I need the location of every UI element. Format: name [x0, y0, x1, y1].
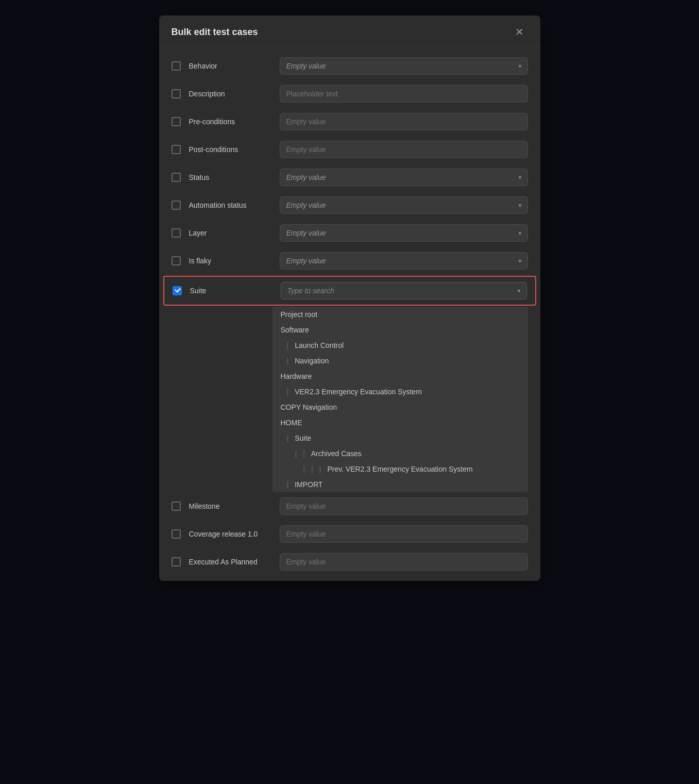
modal-header: Bulk edit test cases ✕	[159, 15, 540, 47]
checkbox-wrap-post-conditions[interactable]	[172, 145, 181, 154]
dropdown-item-label: HOME	[281, 419, 302, 427]
select-wrapper-behavior[interactable]: Empty value	[280, 57, 528, 75]
checkbox-suite[interactable]	[173, 286, 182, 295]
control-suite[interactable]	[281, 282, 527, 299]
dropdown-item-software[interactable]: Software	[272, 322, 528, 338]
checkbox-milestone[interactable]	[172, 502, 181, 511]
checkbox-wrap-status[interactable]	[172, 173, 181, 182]
input-post-conditions[interactable]	[280, 141, 528, 158]
checkbox-wrap-automation-status[interactable]	[172, 201, 181, 210]
dropdown-item-label: COPY Navigation	[281, 403, 337, 411]
field-row-behavior: Behavior Empty value	[159, 52, 540, 80]
indent-bar: |	[287, 434, 289, 442]
label-post-conditions: Post-conditions	[189, 145, 271, 154]
select-wrapper-layer[interactable]: Empty value	[280, 224, 528, 242]
dropdown-item-ver23-emergency[interactable]: | VER2.3 Emergency Evacuation System	[272, 384, 528, 399]
checkbox-coverage-release[interactable]	[172, 529, 181, 539]
checkbox-wrap-executed-as-planned[interactable]	[172, 557, 181, 566]
dropdown-item-archived-cases[interactable]: | | Archived Cases	[272, 446, 528, 461]
dropdown-item-hardware[interactable]: Hardware	[272, 369, 528, 384]
dropdown-item-suite-child[interactable]: | Suite	[272, 430, 528, 446]
dropdown-item-import[interactable]: | IMPORT	[272, 477, 528, 492]
indent-bar: |	[287, 480, 289, 489]
control-description[interactable]	[280, 85, 528, 103]
indent-bar-2: |	[303, 449, 305, 458]
modal-body: Behavior Empty value Description	[159, 47, 540, 581]
select-automation-status[interactable]: Empty value	[280, 196, 528, 214]
control-milestone[interactable]	[280, 497, 528, 515]
field-row-is-flaky: Is flaky Empty value	[159, 247, 540, 275]
select-wrapper-is-flaky[interactable]: Empty value	[280, 252, 528, 270]
checkbox-wrap-milestone[interactable]	[172, 502, 181, 511]
dropdown-item-prev-ver23[interactable]: | | | Prev. VER2.3 Emergency Evacuation …	[272, 461, 528, 477]
dropdown-item-label: Prev. VER2.3 Emergency Evacuation System	[327, 465, 472, 473]
checkbox-automation-status[interactable]	[172, 201, 181, 210]
checkbox-wrap-behavior[interactable]	[172, 61, 181, 71]
checkbox-post-conditions[interactable]	[172, 145, 181, 154]
search-input-suite[interactable]	[281, 282, 527, 299]
search-input-wrapper-suite[interactable]	[281, 282, 527, 299]
label-automation-status: Automation status	[189, 201, 271, 209]
dropdown-item-label: Suite	[295, 434, 311, 442]
select-layer[interactable]: Empty value	[280, 224, 528, 242]
field-row-executed-as-planned: Executed As Planned	[159, 548, 540, 576]
checkbox-status[interactable]	[172, 173, 181, 182]
label-behavior: Behavior	[189, 62, 271, 70]
checkbox-wrap-coverage-release[interactable]	[172, 529, 181, 539]
label-pre-conditions: Pre-conditions	[189, 118, 271, 126]
label-description: Description	[189, 90, 271, 98]
control-executed-as-planned[interactable]	[280, 553, 528, 571]
dropdown-item-label: Archived Cases	[311, 449, 362, 458]
select-behavior[interactable]: Empty value	[280, 57, 528, 75]
checkbox-wrap-is-flaky[interactable]	[172, 256, 181, 265]
label-layer: Layer	[189, 229, 271, 237]
checkbox-wrap-layer[interactable]	[172, 228, 181, 238]
label-is-flaky: Is flaky	[189, 257, 271, 265]
indent-bar: |	[287, 357, 289, 365]
select-wrapper-status[interactable]: Empty value	[280, 169, 528, 186]
control-behavior: Empty value	[280, 57, 528, 75]
control-layer: Empty value	[280, 224, 528, 242]
dropdown-item-label: Hardware	[281, 372, 312, 380]
input-executed-as-planned[interactable]	[280, 553, 528, 571]
dropdown-item-copy-navigation[interactable]: COPY Navigation	[272, 399, 528, 415]
control-is-flaky: Empty value	[280, 252, 528, 270]
input-description[interactable]	[280, 85, 528, 103]
label-milestone: Milestone	[189, 502, 271, 510]
dropdown-item-label: Project root	[281, 310, 318, 319]
input-milestone[interactable]	[280, 497, 528, 515]
input-pre-conditions[interactable]	[280, 113, 528, 130]
dropdown-item-project-root[interactable]: Project root	[272, 307, 528, 322]
input-coverage-release[interactable]	[280, 525, 528, 543]
control-coverage-release[interactable]	[280, 525, 528, 543]
label-coverage-release: Coverage release 1.0	[189, 530, 271, 538]
select-status[interactable]: Empty value	[280, 169, 528, 186]
modal-overlay[interactable]: Bulk edit test cases ✕ Behavior Empty va…	[0, 0, 699, 784]
dropdown-item-home[interactable]: HOME	[272, 415, 528, 430]
label-suite: Suite	[190, 287, 272, 295]
checkbox-layer[interactable]	[172, 228, 181, 238]
indent-bar: |	[295, 449, 297, 458]
field-row-coverage-release: Coverage release 1.0	[159, 520, 540, 548]
checkbox-wrap-pre-conditions[interactable]	[172, 117, 181, 126]
dropdown-item-label: Launch Control	[295, 341, 344, 349]
checkbox-executed-as-planned[interactable]	[172, 557, 181, 566]
indent-bar-3: |	[319, 465, 321, 473]
dropdown-item-navigation[interactable]: | Navigation	[272, 353, 528, 369]
checkbox-wrap-description[interactable]	[172, 89, 181, 98]
close-button[interactable]: ✕	[511, 25, 528, 39]
select-wrapper-automation-status[interactable]: Empty value	[280, 196, 528, 214]
suite-dropdown: Project root Software | Launch Control |…	[272, 307, 528, 492]
checkbox-description[interactable]	[172, 89, 181, 98]
control-automation-status: Empty value	[280, 196, 528, 214]
checkbox-behavior[interactable]	[172, 61, 181, 71]
field-row-automation-status: Automation status Empty value	[159, 191, 540, 219]
select-is-flaky[interactable]: Empty value	[280, 252, 528, 270]
checkbox-pre-conditions[interactable]	[172, 117, 181, 126]
dropdown-item-launch-control[interactable]: | Launch Control	[272, 338, 528, 353]
control-pre-conditions[interactable]	[280, 113, 528, 130]
control-post-conditions[interactable]	[280, 141, 528, 158]
dropdown-item-label: VER2.3 Emergency Evacuation System	[295, 388, 422, 396]
checkbox-wrap-suite[interactable]	[173, 286, 182, 295]
checkbox-is-flaky[interactable]	[172, 256, 181, 265]
